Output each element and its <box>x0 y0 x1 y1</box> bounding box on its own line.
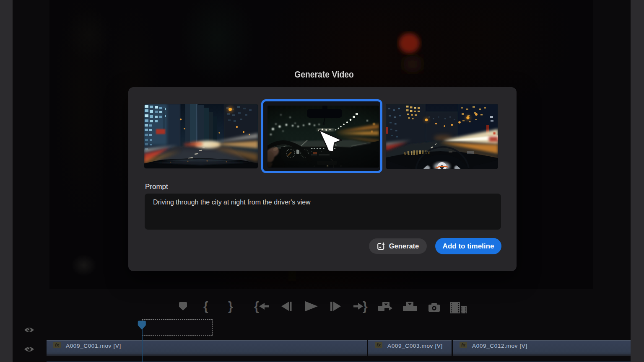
svg-text:{: { <box>203 299 208 313</box>
svg-text:{: { <box>254 299 259 313</box>
svg-text:}: } <box>228 299 233 313</box>
svg-text:}: } <box>363 299 368 313</box>
